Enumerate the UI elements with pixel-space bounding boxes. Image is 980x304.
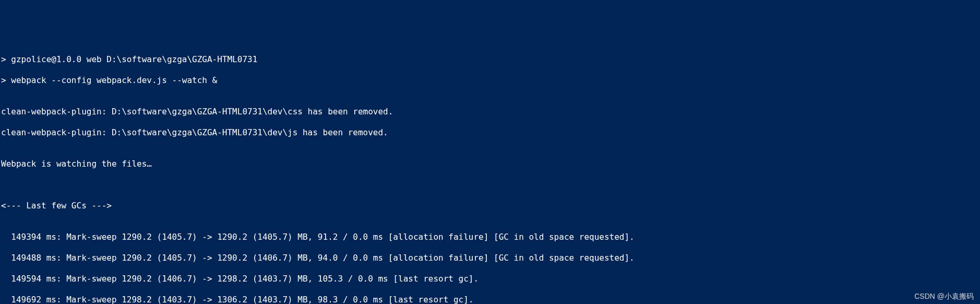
terminal-line: clean-webpack-plugin: D:\software\gzga\G… bbox=[1, 127, 979, 138]
terminal-line: > gzpolice@1.0.0 web D:\software\gzga\GZ… bbox=[1, 54, 979, 65]
terminal-line: Webpack is watching the files… bbox=[1, 159, 979, 169]
terminal-output: > gzpolice@1.0.0 web D:\software\gzga\GZ… bbox=[1, 44, 979, 304]
attribution-watermark: CSDN @小袁搬码 bbox=[914, 292, 974, 301]
terminal-line: 149692 ms: Mark-sweep 1298.2 (1403.7) ->… bbox=[1, 295, 979, 304]
terminal-line: <--- Last few GCs ---> bbox=[1, 201, 979, 211]
terminal-line: > webpack --config webpack.dev.js --watc… bbox=[1, 75, 979, 86]
terminal-line: 149394 ms: Mark-sweep 1290.2 (1405.7) ->… bbox=[1, 232, 979, 242]
terminal-line: 149488 ms: Mark-sweep 1290.2 (1405.7) ->… bbox=[1, 253, 979, 263]
terminal-line: clean-webpack-plugin: D:\software\gzga\G… bbox=[1, 107, 979, 117]
terminal-line: 149594 ms: Mark-sweep 1290.2 (1406.7) ->… bbox=[1, 274, 979, 284]
